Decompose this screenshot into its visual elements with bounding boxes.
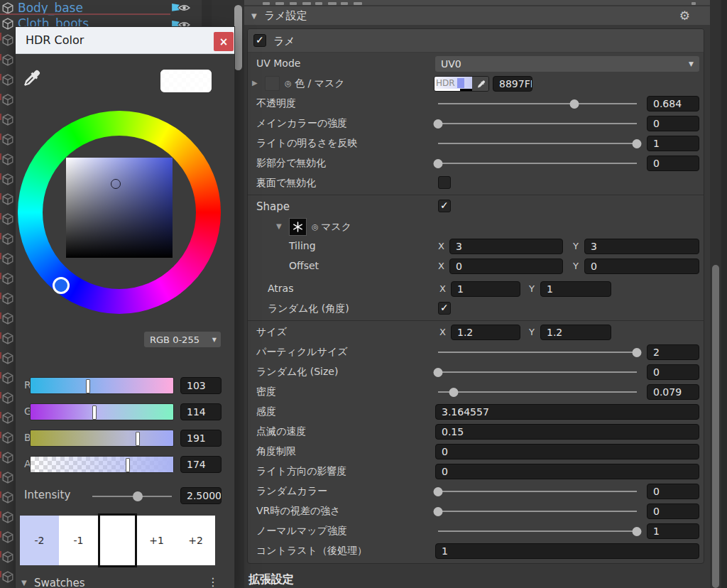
field-row: 角度制限 0 [248,442,704,462]
exposure-swatch-minus1[interactable]: -1 [59,516,98,565]
value-field[interactable]: 0 [647,484,699,499]
angle-limit-field[interactable]: 0 [435,444,699,459]
swatches-section-header[interactable]: ▼ Swatches ⋮ [16,575,234,588]
foldout-open-icon: ▼ [251,12,257,20]
exposure-swatch-plus2[interactable]: +2 [176,516,215,565]
random-angle-checkbox[interactable]: ✓ [438,302,451,315]
size-y-field[interactable]: 1.2 [540,325,611,340]
value-field[interactable]: 0.684 [647,96,699,111]
slider[interactable] [438,163,637,164]
size-x-field[interactable]: 1.2 [451,325,520,340]
slider[interactable] [438,143,637,144]
backface-disable-row: 裏面で無効化 [248,173,704,193]
kebab-menu-icon[interactable]: ⋮ [207,575,219,588]
field-row: ライト方向の影響度 0 [248,462,704,481]
hdr-color-dialog: HDR Color × RGB 0-255 ▼ R 103 G 114 B 19… [16,27,234,588]
value-field[interactable]: 0 [647,503,699,519]
saturation-value-box[interactable] [66,158,173,258]
slider[interactable] [438,530,637,532]
blue-value-field[interactable]: 191 [180,430,222,447]
offset-x-field[interactable]: 0 [449,258,563,274]
slider[interactable] [438,391,637,393]
contrast-row: コントラスト（後処理） 1 [248,541,704,561]
color-mask-row: ▶ ◎ 色 / マスク HDR 8897FF [248,74,704,94]
exposure-swatch-plus1[interactable]: +1 [137,516,176,565]
foldout-closed-icon[interactable]: ▶ [252,79,258,87]
slider[interactable] [438,123,637,124]
backface-checkbox[interactable] [438,176,451,189]
blue-slider[interactable] [30,430,174,447]
hdr-badge: HDR [436,78,455,88]
snowflake-texture-thumbnail[interactable] [289,218,307,236]
section-header-extended[interactable]: 拡張設定 [248,572,294,587]
alpha-slider[interactable] [30,456,174,473]
red-slider[interactable] [30,377,174,394]
slider-row: ライトの明るさを反映 1 [248,134,704,153]
hierarchy-scrollbar[interactable] [234,5,242,70]
value-field[interactable]: 1 [647,136,699,151]
offset-y-field[interactable]: 0 [584,258,699,274]
visibility-eye-icon[interactable] [178,4,190,12]
hdr-color-swatch[interactable]: HDR [434,76,489,92]
chevron-down-icon: ▼ [212,337,217,343]
light-direction-field[interactable]: 0 [435,464,699,479]
alpha-value-field[interactable]: 174 [180,456,222,473]
clipped-section-header [244,0,710,5]
tiling-y-field[interactable]: 3 [584,239,699,254]
slider[interactable] [438,103,637,104]
value-field[interactable]: 2 [647,344,699,360]
hex-field[interactable]: 8897FF [493,76,532,92]
intensity-value-field[interactable]: 2.5000 [180,487,222,504]
contrast-field[interactable]: 1 [435,543,699,559]
intensity-slider[interactable] [92,496,172,497]
snowflake-icon [293,222,303,232]
lame-checkbox[interactable]: ✓ [253,34,266,47]
value-field[interactable]: 1 [647,523,699,539]
value-field[interactable]: 0.079 [647,384,699,400]
foldout-open-icon[interactable]: ▼ [276,222,282,230]
eyedropper-button[interactable] [472,77,489,92]
eyedropper-icon[interactable] [21,68,41,88]
section-header-lame[interactable]: ▼ ラメ設定 ⚙ [244,6,710,25]
gear-icon[interactable]: ⚙ [679,9,690,23]
tiling-x-field[interactable]: 3 [449,239,563,254]
hue-cursor[interactable] [53,277,70,294]
dialog-titlebar[interactable]: HDR Color × [16,27,234,54]
slider[interactable] [438,371,637,373]
close-button[interactable]: × [214,32,234,51]
slider[interactable] [438,511,637,512]
hierarchy-clipped-items [0,30,16,588]
atras-x-field[interactable]: 1 [451,281,520,297]
uv-mode-row: UV Mode UV0 ▼ [248,53,704,74]
field-row: 点滅の速度 0.15 [248,422,704,442]
inspector-panel: ▼ ラメ設定 ⚙ ✓ ラメ UV Mode UV0 ▼ ▶ ◎ 色 / マスク … [244,0,727,588]
red-value-field[interactable]: 103 [180,377,222,394]
color-mode-dropdown[interactable]: RGB 0-255 ▼ [144,332,221,347]
green-slider[interactable] [30,403,174,420]
uv-mode-dropdown[interactable]: UV0 ▼ [435,56,699,72]
sv-cursor[interactable] [111,179,121,189]
value-field[interactable]: 0 [647,116,699,131]
atras-row: Atras X 1 Y 1 [248,276,704,299]
close-icon: × [219,36,229,48]
exposure-swatch-current[interactable] [98,513,137,567]
sensitivity-field[interactable]: 3.164557 [435,404,699,420]
shape-checkbox[interactable]: ✓ [438,200,451,212]
hierarchy-item-label[interactable]: Body_base [18,1,83,15]
value-field[interactable]: 0 [647,156,699,171]
shape-row: Shape ✓ [248,197,704,217]
field-row: 感度 3.164557 [248,402,704,422]
slider-row: ランダム化 (Size) 0 [248,362,704,382]
slider[interactable] [438,352,637,353]
green-value-field[interactable]: 114 [180,403,222,420]
blink-speed-field[interactable]: 0.15 [435,424,699,440]
size-row: サイズ X 1.2 Y 1.2 [248,322,704,342]
inspector-scrollbar-thumb[interactable] [712,265,719,588]
slider-row: 影部分で無効化 0 [248,153,704,173]
atras-y-field[interactable]: 1 [540,281,611,297]
value-field[interactable]: 0 [647,364,699,380]
texture-slot[interactable] [265,76,280,91]
panel-divider [202,0,212,28]
exposure-swatch-minus2[interactable]: -2 [20,516,59,565]
slider[interactable] [438,491,637,492]
